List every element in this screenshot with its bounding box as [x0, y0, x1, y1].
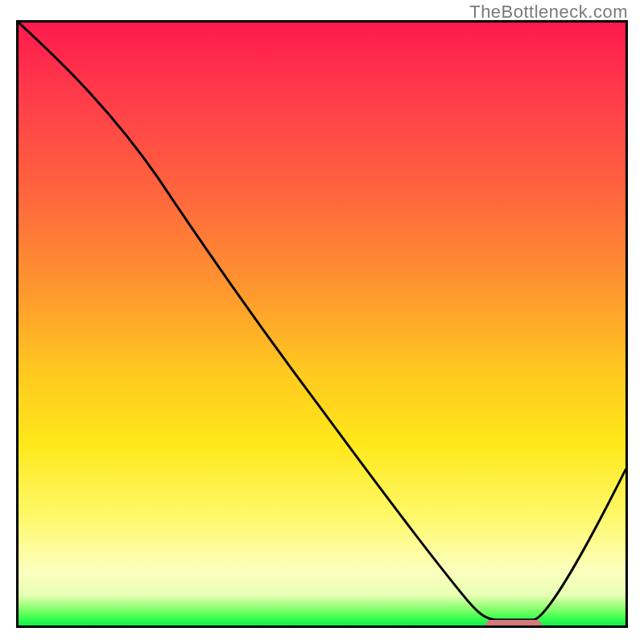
bottleneck-curve-path: [19, 23, 625, 620]
plot-area: [16, 20, 628, 628]
curve-svg: [19, 23, 625, 625]
chart-frame: TheBottleneck.com: [0, 0, 644, 644]
optimal-range-marker: [485, 620, 542, 628]
